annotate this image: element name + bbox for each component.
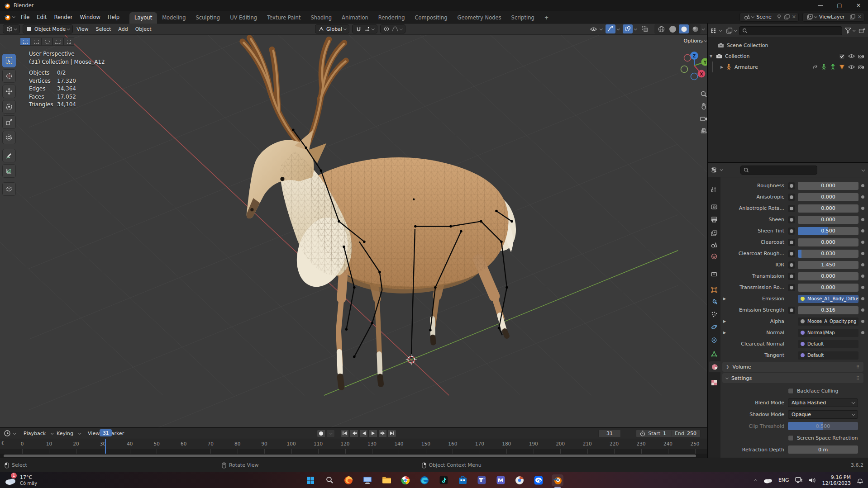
refraction-depth-field[interactable]: 0 m [788, 445, 858, 454]
outliner-item-collection[interactable]: ▼ Collection [708, 51, 868, 62]
hide-eye-icon[interactable] [848, 65, 855, 69]
socket-button[interactable] [788, 227, 795, 235]
tangent-field[interactable]: Default [798, 351, 858, 360]
tool-rotate[interactable] [2, 100, 16, 114]
ortho-grid-icon[interactable] [699, 126, 707, 136]
jump-prev-keyframe-button[interactable] [350, 430, 358, 437]
outliner-search[interactable] [739, 26, 842, 35]
taskbar-firefox[interactable] [343, 474, 354, 486]
tab-scripting[interactable]: Scripting [506, 12, 539, 24]
clearcoat-roughness-slider[interactable]: 0.030 [798, 250, 858, 258]
select-mode-circle[interactable] [42, 38, 52, 46]
collapse-arrow-icon[interactable]: ▼ [708, 54, 714, 58]
playhead-line[interactable] [105, 439, 106, 454]
blender-app-menu[interactable] [0, 11, 17, 24]
pin-icon[interactable] [776, 14, 782, 20]
timeline-scrollbar-thumb[interactable] [4, 455, 696, 457]
outliner-item-armature[interactable]: ▶ Armature [708, 62, 868, 72]
timeline-editor-icon[interactable] [4, 430, 11, 437]
normal-field[interactable]: Normal/Map [798, 329, 858, 337]
exclude-checkbox[interactable] [839, 53, 845, 59]
properties-options-icon[interactable] [861, 168, 865, 171]
tab-shading[interactable]: Shading [305, 12, 337, 24]
stopwatch-icon[interactable] [640, 431, 645, 436]
select-mode-box[interactable] [31, 38, 42, 46]
timeline-menu-playback[interactable]: Playback [20, 431, 49, 436]
minimize-button[interactable]: — [811, 0, 830, 11]
volume-icon[interactable] [809, 477, 816, 483]
clip-threshold-slider[interactable]: 0.500 [788, 422, 858, 430]
display-mode-icon[interactable] [726, 28, 733, 34]
taskbar-browser-2[interactable] [514, 474, 525, 486]
select-mode-tweak[interactable] [20, 38, 31, 46]
shading-wireframe-button[interactable] [656, 24, 666, 33]
screen-space-refraction-checkbox[interactable] [788, 435, 794, 441]
proportional-editing-controls[interactable] [380, 24, 405, 33]
settings-panel-header[interactable]: Settings⠿ [722, 373, 863, 383]
viewport-menu-add[interactable]: Add [114, 26, 131, 32]
xray-toggle[interactable] [640, 24, 650, 33]
anisotropic-rotation-field[interactable]: 0.000 [798, 204, 858, 213]
add-workspace-button[interactable]: + [539, 12, 554, 24]
menu-render[interactable]: Render [51, 11, 76, 24]
expand-arrow-icon[interactable]: ▶ [719, 65, 725, 69]
taskbar-edge[interactable] [419, 474, 430, 486]
timeline-expand-arrow[interactable]: ❮ [1, 441, 5, 445]
properties-search[interactable] [740, 166, 817, 175]
backface-culling-checkbox[interactable] [788, 388, 794, 394]
pan-hand-icon[interactable] [699, 101, 707, 111]
transmission-roughness-field[interactable]: 0.000 [798, 284, 858, 292]
new-scene-icon[interactable] [784, 14, 790, 20]
tool-add-primitive[interactable] [2, 182, 16, 196]
shadow-mode-dropdown[interactable]: Opaque [788, 410, 858, 419]
properties-tab-view-layer[interactable] [709, 227, 720, 238]
clock-widget[interactable]: 9:16 PM 12/16/2023 [822, 474, 851, 486]
animate-dot[interactable] [861, 331, 864, 334]
taskbar-teams[interactable] [476, 474, 487, 486]
socket-button[interactable] [788, 261, 795, 269]
alpha-texture-field[interactable]: Moose_A_Opacity.png [798, 317, 858, 326]
taskbar-tiktok[interactable] [438, 474, 449, 486]
viewport-menu-select[interactable]: Select [92, 26, 114, 32]
properties-tab-material[interactable] [709, 361, 720, 372]
animate-dot[interactable] [861, 308, 864, 312]
taskbar-search-button[interactable] [324, 474, 335, 486]
taskbar-display-app[interactable] [362, 474, 373, 486]
properties-tab-tool[interactable] [709, 184, 720, 195]
socket-button[interactable] [788, 250, 795, 257]
tab-compositing[interactable]: Compositing [410, 12, 452, 24]
socket-button[interactable] [788, 216, 795, 223]
tray-chevron-icon[interactable] [754, 479, 757, 483]
close-button[interactable]: ✕ [849, 0, 868, 11]
animate-dot[interactable] [861, 320, 864, 323]
gizmos-toggle[interactable] [606, 24, 615, 33]
current-frame-indicator[interactable]: 31 [100, 429, 112, 436]
start-frame-field[interactable]: 1 [663, 431, 666, 436]
menu-window[interactable]: Window [76, 11, 104, 24]
properties-tab-modifiers[interactable] [709, 296, 720, 307]
expand-arrow-icon[interactable]: ▶ [723, 297, 726, 301]
tab-sculpting[interactable]: Sculpting [191, 12, 225, 24]
navigation-gizmo[interactable]: Z Y X [673, 44, 707, 85]
viewport-menu-object[interactable]: Object [132, 26, 155, 32]
outliner-editor-icon[interactable] [711, 28, 718, 34]
new-view-layer-icon[interactable] [849, 14, 855, 20]
taskbar-chrome[interactable] [400, 474, 411, 486]
ior-field[interactable]: 1.450 [798, 261, 858, 269]
properties-tab-texture[interactable] [709, 377, 720, 388]
animate-dot[interactable] [861, 241, 864, 244]
viewport-menu-view[interactable]: View [73, 26, 92, 32]
start-button[interactable] [305, 474, 316, 486]
animate-dot[interactable] [861, 195, 864, 199]
snap-controls[interactable] [352, 24, 377, 33]
show-object-types-button[interactable] [588, 24, 598, 33]
shading-solid-button[interactable] [668, 24, 677, 33]
taskbar-file-explorer[interactable] [381, 474, 392, 486]
shading-rendered-button[interactable] [690, 24, 700, 33]
properties-tab-collection[interactable] [709, 269, 720, 280]
tool-move[interactable] [2, 85, 16, 98]
timeline-menu-keying[interactable]: Keying [53, 431, 77, 436]
menu-edit[interactable]: Edit [33, 11, 50, 24]
transform-orientation-selector[interactable]: Global [315, 24, 349, 33]
tab-rendering[interactable]: Rendering [373, 12, 410, 24]
